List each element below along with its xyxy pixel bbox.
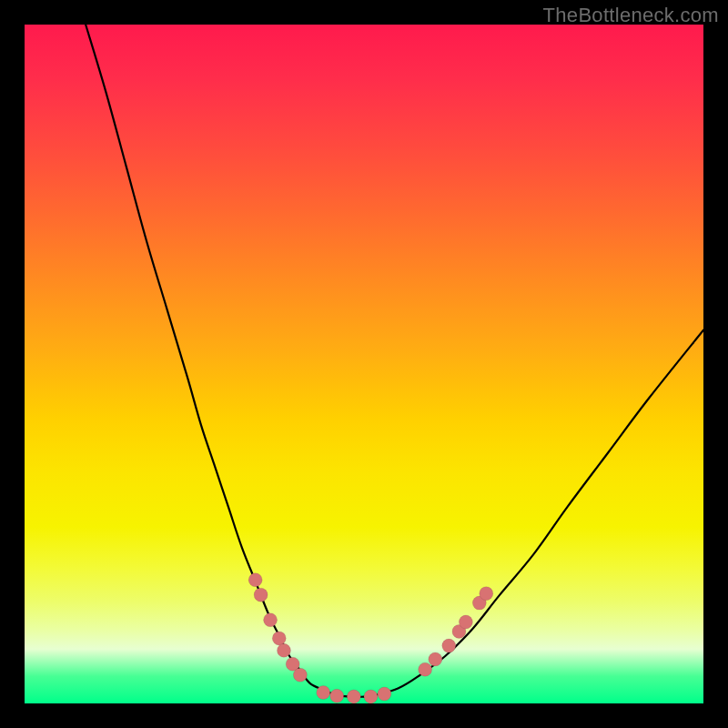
data-marker xyxy=(264,613,278,627)
marker-layer xyxy=(248,573,493,703)
data-marker xyxy=(347,690,360,703)
data-marker xyxy=(459,615,472,629)
data-marker xyxy=(254,588,268,602)
data-marker xyxy=(248,573,262,587)
data-marker xyxy=(429,652,442,666)
chart-svg xyxy=(25,25,703,703)
data-marker xyxy=(442,639,456,652)
data-marker xyxy=(277,643,290,657)
plot-area xyxy=(25,25,703,703)
data-marker xyxy=(364,690,378,703)
data-marker xyxy=(480,587,493,601)
bottleneck-curve xyxy=(86,25,703,697)
data-marker xyxy=(378,687,391,701)
attribution-text: TheBottleneck.com xyxy=(543,4,719,27)
data-marker xyxy=(293,668,307,682)
chart-frame: TheBottleneck.com xyxy=(0,0,728,728)
data-marker xyxy=(330,689,344,703)
data-marker xyxy=(317,686,330,700)
data-marker xyxy=(419,662,432,676)
data-marker xyxy=(272,632,286,645)
